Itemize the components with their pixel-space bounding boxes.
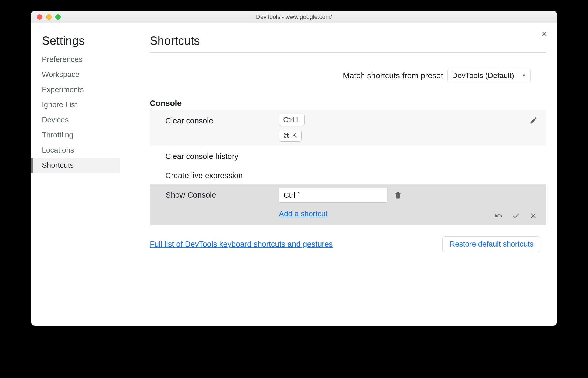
sidebar-item-experiments[interactable]: Experiments — [31, 82, 120, 97]
sidebar-item-label: Throttling — [42, 131, 73, 139]
sidebar-item-locations[interactable]: Locations — [31, 143, 120, 158]
shortcut-list: Clear console Ctrl L ⌘ K Clear console h… — [150, 110, 546, 225]
keycap: Ctrl L — [279, 114, 305, 126]
row-actions — [529, 114, 538, 125]
shortcut-row-create-live: Create live expression — [150, 165, 546, 184]
sidebar-item-label: Preferences — [42, 55, 83, 63]
chevron-down-icon: ▼ — [522, 73, 526, 78]
edit-icon[interactable] — [529, 116, 538, 125]
sidebar-item-label: Experiments — [42, 85, 84, 94]
sidebar-item-label: Locations — [42, 146, 74, 154]
shortcut-row-clear-console: Clear console Ctrl L ⌘ K — [150, 110, 546, 146]
shortcut-keys: Ctrl L ⌘ K — [279, 114, 529, 142]
shortcut-name: Show Console — [166, 188, 279, 200]
delete-icon[interactable] — [393, 191, 402, 200]
zoom-window-button[interactable] — [55, 14, 61, 20]
undo-icon[interactable] — [494, 211, 503, 220]
minimize-window-button[interactable] — [46, 14, 52, 20]
sidebar-item-label: Shortcuts — [42, 161, 74, 169]
shortcut-row-show-console: Show Console Add a shortcut — [150, 184, 546, 225]
full-list-link[interactable]: Full list of DevTools keyboard shortcuts… — [150, 240, 333, 249]
section-title: Console — [150, 99, 546, 108]
sidebar-item-label: Ignore List — [42, 100, 77, 109]
main: Shortcuts Match shortcuts from preset De… — [120, 30, 546, 313]
traffic-lights — [31, 14, 61, 20]
shortcut-input[interactable] — [279, 188, 387, 202]
restore-defaults-button[interactable]: Restore default shortcuts — [442, 236, 541, 252]
sidebar-item-throttling[interactable]: Throttling — [31, 127, 120, 143]
sidebar-item-ignore-list[interactable]: Ignore List — [31, 97, 120, 112]
shortcut-name: Create live expression — [165, 168, 279, 180]
preset-row: Match shortcuts from preset DevTools (De… — [150, 69, 531, 82]
sidebar-heading: Settings — [31, 34, 120, 52]
footer-row: Full list of DevTools keyboard shortcuts… — [150, 236, 541, 252]
window-title: DevTools - www.google.com/ — [31, 14, 557, 21]
sidebar-item-label: Workspace — [42, 70, 80, 79]
sidebar-item-workspace[interactable]: Workspace — [31, 67, 120, 82]
sidebar-item-label: Devices — [42, 116, 69, 124]
shortcut-name: Clear console — [165, 114, 279, 125]
edit-actions — [494, 211, 538, 220]
preset-select[interactable]: DevTools (Default) ▼ — [447, 69, 531, 82]
shortcut-row-clear-history: Clear console history — [150, 146, 546, 165]
sidebar-item-devices[interactable]: Devices — [31, 112, 120, 127]
edit-input-row — [279, 188, 538, 202]
keycap: ⌘ K — [279, 130, 302, 142]
check-icon[interactable] — [511, 211, 521, 220]
titlebar: DevTools - www.google.com/ — [31, 11, 557, 23]
shortcut-name: Clear console history — [165, 149, 279, 161]
page-title: Shortcuts — [150, 34, 546, 53]
preset-label: Match shortcuts from preset — [343, 71, 443, 80]
sidebar: Settings Preferences Workspace Experimen… — [31, 30, 120, 313]
sidebar-item-shortcuts[interactable]: Shortcuts — [31, 158, 120, 173]
close-window-button[interactable] — [37, 14, 42, 20]
preset-value: DevTools (Default) — [452, 71, 514, 80]
cancel-icon[interactable] — [529, 211, 538, 220]
window: DevTools - www.google.com/ × Settings Pr… — [31, 11, 557, 326]
sidebar-item-preferences[interactable]: Preferences — [31, 52, 120, 67]
content: × Settings Preferences Workspace Experim… — [31, 23, 557, 326]
